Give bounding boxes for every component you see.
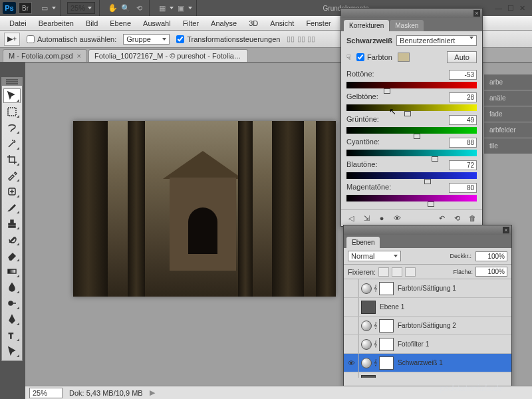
layer-mask[interactable] xyxy=(379,356,394,370)
panel-close-icon[interactable]: × xyxy=(473,10,480,17)
pen-tool[interactable] xyxy=(3,312,21,327)
fill-field[interactable]: 100% xyxy=(475,267,507,277)
layer-name[interactable]: Farbton/Sättigung 1 xyxy=(396,285,509,292)
current-tool-indicator[interactable]: ▶+ xyxy=(4,33,20,46)
visibility-toggle[interactable] xyxy=(346,283,356,294)
menu-analysis[interactable]: Analyse xyxy=(205,17,242,29)
menu-image[interactable]: Bild xyxy=(80,17,103,29)
layer-mask[interactable] xyxy=(379,319,394,332)
tint-check[interactable]: Farbton xyxy=(356,53,392,61)
history-brush-tool[interactable] xyxy=(3,232,21,247)
type-tool[interactable]: T xyxy=(3,328,21,342)
layer-mask[interactable] xyxy=(379,282,394,295)
marquee-tool[interactable] xyxy=(3,104,21,119)
visibility-toggle[interactable]: 👁 xyxy=(346,376,356,378)
slider-track[interactable] xyxy=(346,127,477,134)
blur-tool[interactable] xyxy=(3,280,21,295)
tab-masks[interactable]: Masken xyxy=(390,20,424,31)
link-icon[interactable]: 𝄞 xyxy=(374,322,377,329)
slider-track[interactable] xyxy=(346,82,477,88)
crop-tool[interactable] xyxy=(3,152,21,167)
document-tab[interactable]: Fotolia_10072167_M - © pureshot - Fotoli… xyxy=(88,49,248,62)
link-icon[interactable]: 𝄞 xyxy=(374,340,377,348)
opacity-field[interactable]: 100% xyxy=(475,251,507,261)
move-tool[interactable] xyxy=(3,88,21,103)
slider-value[interactable] xyxy=(449,70,477,80)
layer-name[interactable]: Farbton/Sättigung 2 xyxy=(396,322,509,329)
document-canvas[interactable] xyxy=(73,121,336,297)
lock-position-icon[interactable] xyxy=(392,267,402,277)
hand-tool-icon[interactable] xyxy=(106,2,118,14)
path-select-tool[interactable] xyxy=(3,344,21,358)
minimize-icon[interactable]: — xyxy=(495,4,502,13)
panel-grip[interactable] xyxy=(2,78,22,86)
photoshop-icon[interactable]: Ps xyxy=(3,2,16,14)
layer-name[interactable]: Schwarzweiß 1 xyxy=(396,359,509,366)
visibility-toggle[interactable] xyxy=(346,339,356,350)
side-tab[interactable]: arbfelder xyxy=(484,122,532,138)
slider-track[interactable] xyxy=(346,150,477,156)
document-tab[interactable]: M - Fotolia.com.psd× xyxy=(3,49,87,62)
panel-close-icon[interactable]: × xyxy=(503,227,509,233)
visibility-toggle[interactable]: 👁 xyxy=(346,358,356,368)
tint-swatch[interactable] xyxy=(398,53,410,62)
side-tab[interactable]: arbe xyxy=(484,74,532,90)
reset-icon[interactable]: ⟲ xyxy=(451,213,463,223)
slider-track[interactable] xyxy=(346,104,477,111)
stamp-tool[interactable] xyxy=(3,216,21,231)
eyedropper-tool[interactable] xyxy=(3,168,21,183)
side-tab[interactable]: anäle xyxy=(484,90,532,106)
arrange-icon[interactable]: ▦ xyxy=(156,2,168,14)
targeted-adjust-icon[interactable]: ☟ xyxy=(346,53,351,62)
layer-row[interactable]: 𝄞Farbton/Sättigung 2 xyxy=(344,317,511,335)
side-tab[interactable]: tile xyxy=(484,138,532,154)
bridge-icon[interactable]: Br xyxy=(19,2,32,14)
align-icons[interactable]: ▯▯ ▯▯ ▯▯ xyxy=(287,35,315,43)
side-tab[interactable]: fade xyxy=(484,106,532,122)
back-icon[interactable]: ◁ xyxy=(345,213,357,223)
layer-list[interactable]: 𝄞Farbton/Sättigung 1Ebene 1𝄞Farbton/Sätt… xyxy=(344,279,511,378)
zoom-field[interactable]: 25% xyxy=(29,388,63,398)
rotate-view-icon[interactable]: ⟲ xyxy=(133,2,145,14)
auto-button[interactable]: Auto xyxy=(447,51,477,63)
layer-name[interactable]: Ebene 1 xyxy=(378,303,509,311)
tab-close-icon[interactable]: × xyxy=(77,52,81,60)
screen-mode-icon[interactable]: ▭ xyxy=(39,2,51,14)
maximize-icon[interactable]: ☐ xyxy=(507,4,514,13)
zoom-dropdown[interactable]: 25% xyxy=(67,2,95,14)
layer-row[interactable]: 𝄞Farbton/Sättigung 1 xyxy=(344,279,511,298)
tab-layers[interactable]: Ebenen xyxy=(346,237,380,248)
wand-tool[interactable] xyxy=(3,136,21,151)
transform-controls-check[interactable]: Transformationssteuerungen xyxy=(176,35,280,43)
layer-row[interactable]: Ebene 1 xyxy=(344,298,511,317)
auto-select-dropdown[interactable]: Gruppe xyxy=(123,34,170,45)
layer-row[interactable]: 👁Ebene 0 xyxy=(344,372,511,378)
lock-pixels-icon[interactable] xyxy=(378,267,389,277)
slider-value[interactable] xyxy=(449,115,477,125)
menu-3d[interactable]: 3D xyxy=(243,17,263,29)
auto-select-check[interactable]: Automatisch auswählen: xyxy=(27,35,116,43)
visibility-icon[interactable]: 👁 xyxy=(391,213,403,223)
menu-view[interactable]: Ansicht xyxy=(265,17,299,29)
menu-edit[interactable]: Bearbeiten xyxy=(33,17,79,29)
tab-adjustments[interactable]: Korrekturen xyxy=(344,20,389,31)
close-icon[interactable]: ✕ xyxy=(519,4,525,13)
visibility-toggle[interactable] xyxy=(346,321,356,331)
healing-tool[interactable] xyxy=(3,184,21,199)
layer-row[interactable]: 𝄞Fotofilter 1 xyxy=(344,335,511,354)
blend-mode-dropdown[interactable]: Normal xyxy=(348,251,401,261)
trash-icon[interactable]: 🗑 xyxy=(466,213,478,223)
menu-layer[interactable]: Ebene xyxy=(104,17,136,29)
expand-icon[interactable]: ⇲ xyxy=(360,213,372,223)
layer-row[interactable]: 👁𝄞Schwarzweiß 1 xyxy=(344,354,511,372)
link-icon[interactable]: 𝄞 xyxy=(374,359,377,366)
preset-dropdown[interactable]: Benutzerdefiniert xyxy=(396,35,477,46)
screen-icon[interactable]: ▣ xyxy=(175,2,187,14)
lasso-tool[interactable] xyxy=(3,120,21,135)
menu-select[interactable]: Auswahl xyxy=(138,17,176,29)
clip-icon[interactable]: ● xyxy=(376,213,388,223)
eraser-tool[interactable] xyxy=(3,248,21,263)
slider-value[interactable] xyxy=(449,160,477,170)
menu-file[interactable]: Datei xyxy=(4,17,32,29)
brush-tool[interactable] xyxy=(3,200,21,215)
